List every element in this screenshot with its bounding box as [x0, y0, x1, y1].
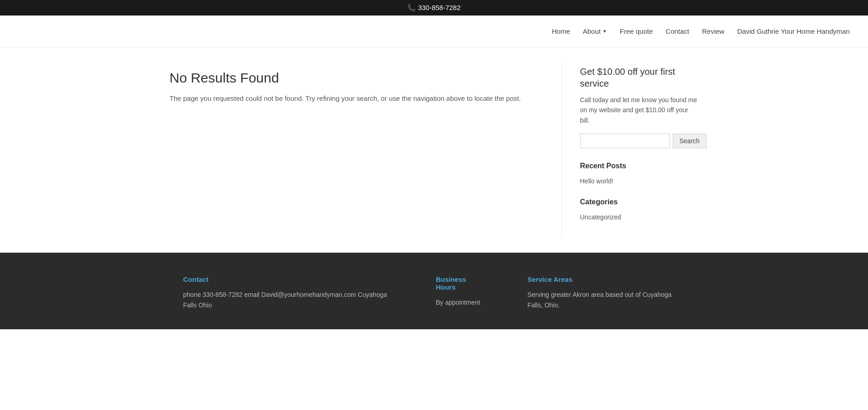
main-nav: Home About ▼ Free quote Contact Review D… [552, 27, 850, 35]
footer-inner: Contact phone 330-858-7282 email David@y… [183, 275, 685, 311]
phone-number: 330-858-7282 [418, 4, 460, 11]
nav-free-quote[interactable]: Free quote [620, 27, 653, 35]
categories-section: Categories Uncategorized [580, 198, 699, 223]
nav-about-wrapper[interactable]: About ▼ [583, 27, 607, 35]
page-body: The page you requested could not be foun… [170, 93, 543, 104]
nav-review[interactable]: Review [702, 27, 724, 35]
top-bar: 📞 330-858-7282 [0, 0, 868, 16]
search-input[interactable] [580, 134, 670, 148]
page-heading: No Results Found [170, 70, 543, 86]
footer-business-hours-heading: Business Hours [436, 275, 482, 291]
footer-service-areas-heading: Service Areas [527, 275, 685, 283]
promo-title: Get $10.00 off your first service [580, 66, 699, 89]
sidebar: Get $10.00 off your first service Call t… [580, 61, 699, 239]
content-sidebar-divider [561, 61, 562, 239]
nav-bar: Home About ▼ Free quote Contact Review D… [0, 16, 868, 47]
categories-heading: Categories [580, 198, 699, 206]
footer-business-hours-body: By appointment [436, 297, 482, 308]
footer-contact: Contact phone 330-858-7282 email David@y… [183, 275, 390, 311]
footer: Contact phone 330-858-7282 email David@y… [0, 253, 868, 330]
nav-brand[interactable]: David Guthrie Your Home Handyman [737, 27, 850, 35]
content-area: No Results Found The page you requested … [170, 61, 543, 239]
category-item[interactable]: Uncategorized [580, 212, 699, 223]
recent-post-item[interactable]: Hello world! [580, 176, 699, 187]
phone-icon: 📞 [407, 4, 416, 11]
search-button[interactable]: Search [673, 134, 707, 148]
chevron-down-icon: ▼ [603, 29, 607, 34]
nav-about[interactable]: About [583, 27, 601, 35]
footer-contact-body: phone 330-858-7282 email David@yourhomeh… [183, 290, 390, 311]
promo-body: Call today and let me know you found me … [580, 95, 699, 125]
recent-posts-section: Recent Posts Hello world! [580, 162, 699, 187]
nav-contact[interactable]: Contact [665, 27, 689, 35]
footer-business-hours: Business Hours By appointment [436, 275, 482, 311]
sidebar-promo: Get $10.00 off your first service Call t… [580, 66, 699, 125]
recent-posts-heading: Recent Posts [580, 162, 699, 170]
footer-contact-heading: Contact [183, 275, 390, 283]
main-layout: No Results Found The page you requested … [161, 47, 708, 253]
footer-service-areas: Service Areas Serving greater Akron area… [527, 275, 685, 311]
nav-home[interactable]: Home [552, 27, 570, 35]
footer-service-areas-body: Serving greater Akron area based out of … [527, 290, 685, 311]
search-widget: Search [580, 134, 699, 148]
